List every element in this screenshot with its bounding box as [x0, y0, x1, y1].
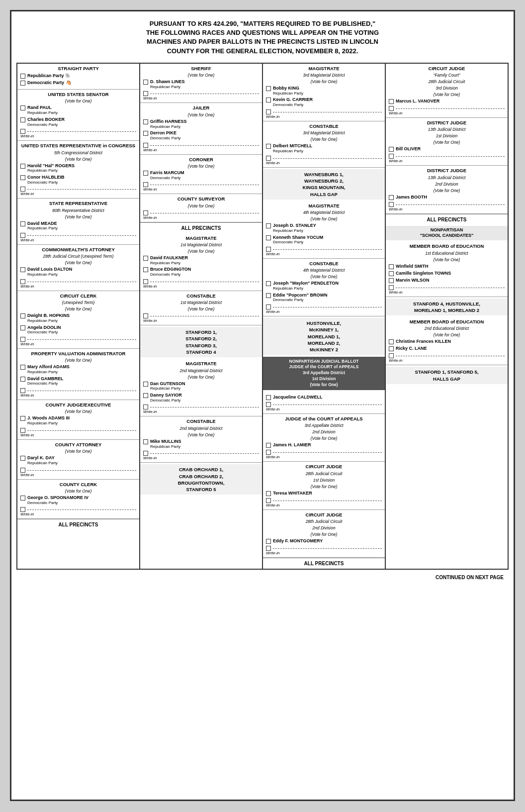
bobby-king-party: Republican Party — [273, 91, 382, 96]
circuit-28-2-writein-checkbox[interactable] — [266, 546, 271, 551]
district-judge-13-1-subtitle: (Vote for One) — [389, 140, 505, 145]
george-spoonamore-name: George O. SPOONAMORE IV — [27, 495, 136, 501]
header-line2: THE FOLLOWING RACES AND QUESTIONS WILL A… — [19, 28, 506, 37]
griffin-harness-checkbox[interactable] — [143, 119, 148, 124]
sheriff-subtitle: (Vote for One) — [143, 73, 259, 78]
district-judge-13-2-section: DISTRICT JUDGE 13th Judicial District 2n… — [386, 166, 508, 213]
george-spoonamore-checkbox[interactable] — [20, 496, 25, 501]
conor-halbleib-checkbox[interactable] — [20, 175, 25, 180]
charles-booker-checkbox[interactable] — [20, 117, 25, 122]
christine-killen-checkbox[interactable] — [389, 339, 394, 344]
sheriff-writein-label: Write-in — [143, 96, 259, 101]
constable-1st-writein — [143, 313, 259, 318]
magistrate-1st-writein-checkbox[interactable] — [143, 279, 148, 284]
james-lamier-checkbox[interactable] — [266, 443, 271, 448]
james-lamier-name: James H. LAMIER — [273, 442, 382, 448]
magistrate-2nd-writein-checkbox[interactable] — [143, 405, 148, 409]
teresa-whitaker-checkbox[interactable] — [266, 491, 271, 496]
james-booth-checkbox[interactable] — [389, 195, 394, 200]
christine-killen-row: Christine Frances KILLEN — [389, 339, 505, 344]
magistrate-2nd-subtitle: (Vote for One) — [143, 375, 259, 380]
derron-pike-name: Derron PIKE — [150, 130, 259, 136]
constable-1st-writein-checkbox[interactable] — [143, 313, 148, 318]
appeals-1st-writein — [266, 402, 382, 407]
bobby-king-row: Bobby KING Republican Party — [266, 86, 382, 96]
david-faulkner-checkbox[interactable] — [143, 256, 148, 261]
eddy-montgomery-name: Eddy F. MONTGOMERY — [273, 538, 382, 544]
republican-party-checkbox[interactable] — [20, 74, 25, 79]
angela-doolin-party: Democratic Party — [27, 330, 136, 335]
constable-3rd-writein-checkbox[interactable] — [266, 156, 271, 161]
democratic-party-checkbox[interactable] — [20, 81, 25, 86]
constable-2nd-subtitle: (Vote for One) — [143, 432, 259, 437]
david-dalton-party: Republican Party — [27, 272, 136, 277]
farris-marcum-checkbox[interactable] — [143, 171, 148, 176]
daryl-day-checkbox[interactable] — [20, 456, 25, 461]
daryl-day-name: Daryl K. DAY — [27, 455, 136, 461]
circuit-family-writein-checkbox[interactable] — [389, 106, 394, 111]
angela-doolin-checkbox[interactable] — [20, 325, 25, 330]
eddy-montgomery-checkbox[interactable] — [266, 539, 271, 544]
jailer-writein-checkbox[interactable] — [143, 143, 148, 148]
marvin-wilson-name: Marvin WILSON — [396, 278, 505, 283]
county-surveyor-writein-checkbox[interactable] — [143, 210, 148, 215]
constable-4th-writein-checkbox[interactable] — [266, 304, 271, 309]
eddie-brown-checkbox[interactable] — [266, 293, 271, 298]
property-admin-writein-checkbox[interactable] — [20, 388, 25, 393]
david-dalton-checkbox[interactable] — [20, 267, 25, 272]
camille-towns-checkbox[interactable] — [389, 271, 394, 276]
derron-pike-checkbox[interactable] — [143, 131, 148, 136]
woods-adams-checkbox[interactable] — [20, 416, 25, 421]
constable-2nd-writein-checkbox[interactable] — [143, 451, 148, 456]
mary-adams-party: Republican Party — [27, 370, 136, 375]
bruce-edgington-checkbox[interactable] — [143, 267, 148, 272]
property-admin-title: PROPERTY VALUATION ADMINISTRATOR — [20, 351, 136, 357]
ricky-lane-checkbox[interactable] — [389, 346, 394, 351]
shawn-lines-checkbox[interactable] — [143, 80, 148, 85]
kevin-carrier-checkbox[interactable] — [266, 98, 271, 102]
appeals-2nd-writein-checkbox[interactable] — [266, 450, 271, 455]
winfield-smith-checkbox[interactable] — [389, 264, 394, 269]
district-13-1-writein-checkbox[interactable] — [389, 154, 394, 159]
mary-adams-checkbox[interactable] — [20, 365, 25, 370]
joseph-pendleton-checkbox[interactable] — [266, 281, 271, 286]
ballot-grid: STRAIGHT PARTY Republican Party 🐘 Democr… — [16, 63, 509, 570]
us-rep-writein-checkbox[interactable] — [20, 187, 25, 192]
county-judge-writein-checkbox[interactable] — [20, 428, 25, 433]
farris-marcum-name: Farris MARCUM — [150, 170, 259, 176]
david-gambrel-checkbox[interactable] — [20, 377, 25, 382]
danny-sayior-checkbox[interactable] — [143, 393, 148, 398]
marcus-vanover-checkbox[interactable] — [389, 99, 394, 104]
magistrate-4th-writein-checkbox[interactable] — [266, 247, 271, 252]
appeals-1st-writein-checkbox[interactable] — [266, 402, 271, 407]
us-senator-writein-checkbox[interactable] — [20, 129, 25, 134]
circuit-28-1-writein-checkbox[interactable] — [266, 498, 271, 503]
sheriff-writein-checkbox[interactable] — [143, 91, 148, 96]
coroner-writein-checkbox[interactable] — [143, 182, 148, 187]
rand-paul-checkbox[interactable] — [20, 105, 25, 110]
marvin-wilson-checkbox[interactable] — [389, 278, 394, 283]
harold-rogers-row: Harold "Hal" ROGERS Republican Party — [20, 163, 136, 173]
dan-gutenson-checkbox[interactable] — [143, 382, 148, 387]
school-board-1-writein-checkbox[interactable] — [389, 285, 394, 290]
commonwealth-writein-checkbox[interactable] — [20, 279, 25, 284]
school-board-2-writein-checkbox[interactable] — [389, 353, 394, 358]
mike-mullins-checkbox[interactable] — [143, 439, 148, 444]
constable-4th-section: CONSTABLE 4th Magisterial District (Vote… — [263, 259, 385, 316]
magistrate-3rd-writein-checkbox[interactable] — [266, 109, 271, 114]
bobby-king-checkbox[interactable] — [266, 86, 271, 91]
county-clerk-writein-checkbox[interactable] — [20, 507, 25, 512]
state-rep-writein-checkbox[interactable] — [20, 233, 25, 238]
dwight-hopkins-checkbox[interactable] — [20, 313, 25, 318]
district-13-2-writein-checkbox[interactable] — [389, 202, 394, 207]
delbert-mitchell-checkbox[interactable] — [266, 144, 271, 149]
harold-rogers-checkbox[interactable] — [20, 164, 25, 169]
bill-oliver-checkbox[interactable] — [389, 147, 394, 152]
kenneth-yocum-checkbox[interactable] — [266, 235, 271, 240]
david-meade-checkbox[interactable] — [20, 221, 25, 226]
county-attorney-writein-checkbox[interactable] — [20, 468, 25, 473]
angela-doolin-row: Angela DOOLIN Democratic Party — [20, 325, 136, 335]
jacqueline-caldwell-checkbox[interactable] — [266, 395, 271, 400]
circuit-clerk-writein-checkbox[interactable] — [20, 337, 25, 342]
joseph-stanley-checkbox[interactable] — [266, 223, 271, 228]
